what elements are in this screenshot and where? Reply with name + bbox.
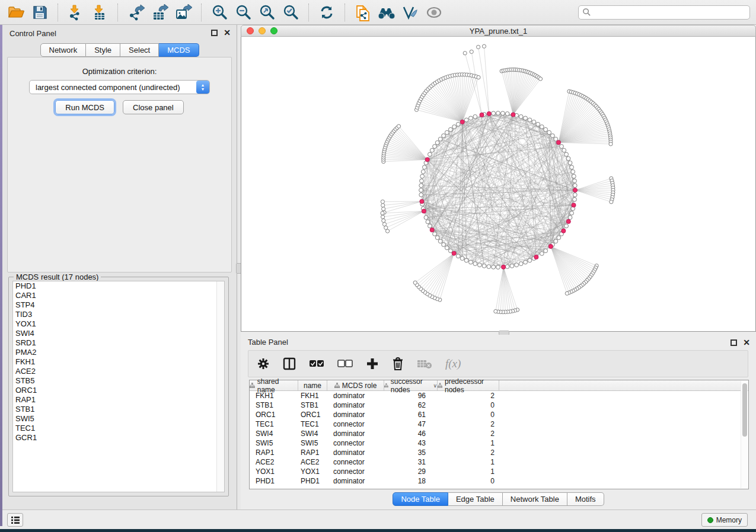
search-input[interactable] — [591, 8, 746, 17]
mcds-result-title: MCDS result (17 nodes) — [14, 273, 101, 281]
memory-button[interactable]: Memory — [701, 513, 748, 527]
new-network-from-selection-icon[interactable] — [353, 3, 373, 22]
tab-mcds[interactable]: MCDS — [159, 43, 199, 57]
show-all-icon[interactable] — [424, 3, 444, 22]
cell: SWI4 — [298, 429, 327, 438]
column-header-MCDS-role[interactable]: MCDS role — [327, 380, 384, 390]
cell: 1 — [438, 457, 499, 467]
table-row[interactable]: FKH1FKH1dominator962 — [250, 391, 748, 400]
export-network-icon[interactable] — [126, 3, 146, 22]
mcds-result-item[interactable]: ACE2 — [13, 367, 224, 376]
tab-style[interactable]: Style — [86, 43, 120, 57]
close-panel-icon[interactable]: ✕ — [224, 30, 231, 36]
cell: connector — [327, 457, 384, 467]
task-history-button[interactable] — [7, 513, 23, 527]
mcds-result-item[interactable]: FKH1 — [13, 357, 224, 367]
table-row[interactable]: ACE2ACE2connector311 — [250, 457, 748, 467]
mcds-result-item[interactable]: TID3 — [13, 310, 224, 319]
import-table-icon[interactable] — [90, 3, 110, 22]
mcds-result-item[interactable]: SWI4 — [13, 329, 224, 338]
float-panel-icon[interactable] — [731, 339, 737, 346]
mcds-result-item[interactable]: RAP1 — [13, 395, 224, 405]
zoom-selected-icon[interactable] — [280, 3, 301, 22]
table-row[interactable]: TEC1TEC1connector472 — [250, 419, 748, 429]
column-type-icon — [250, 383, 255, 388]
mcds-result-item[interactable]: STB5 — [13, 376, 224, 386]
cell: STB1 — [298, 400, 327, 410]
cell: SWI5 — [298, 438, 327, 448]
zoom-fit-icon[interactable] — [257, 3, 277, 22]
network-canvas[interactable] — [241, 37, 756, 332]
mcds-result-item[interactable]: PHD1 — [13, 281, 224, 291]
memory-label: Memory — [716, 516, 742, 524]
table-row[interactable]: SWI5SWI5connector431 — [250, 438, 748, 448]
table-tabs: Node TableEdge TableNetwork TableMotifs — [241, 492, 756, 506]
column-header-successor-nodes[interactable]: successor nodes∨ — [384, 380, 438, 390]
mcds-result-item[interactable]: STB1 — [13, 405, 224, 414]
zoom-in-icon[interactable] — [209, 3, 229, 22]
network-window-title: YPA_prune.txt_1 — [241, 27, 755, 36]
open-file-icon[interactable] — [6, 3, 26, 22]
cell: FKH1 — [298, 391, 327, 400]
search-container — [578, 5, 750, 20]
save-session-icon[interactable] — [30, 3, 50, 22]
delete-column-icon[interactable] — [392, 357, 404, 371]
table-row[interactable]: STB1STB1dominator620 — [250, 400, 748, 410]
export-image-icon[interactable] — [173, 3, 193, 22]
add-column-icon[interactable] — [366, 357, 379, 370]
import-network-icon[interactable] — [66, 3, 86, 22]
export-table-icon[interactable] — [149, 3, 170, 22]
first-neighbors-icon[interactable] — [377, 3, 397, 22]
mcds-result-item[interactable]: GCR1 — [13, 433, 224, 443]
cell: connector — [327, 438, 384, 448]
table-row[interactable]: SWI4SWI4dominator462 — [250, 429, 748, 438]
settings-icon[interactable] — [257, 357, 270, 370]
deselect-all-icon[interactable] — [337, 360, 353, 368]
network-window-titlebar[interactable]: YPA_prune.txt_1 — [241, 25, 756, 37]
toolbar-separator — [201, 4, 202, 21]
tab-network[interactable]: Network — [40, 43, 86, 57]
column-header-shared-name[interactable]: shared name — [250, 380, 298, 390]
float-panel-icon[interactable] — [211, 30, 218, 36]
tab-select[interactable]: Select — [120, 43, 159, 57]
refresh-icon[interactable] — [317, 3, 337, 22]
mcds-result-item[interactable]: SRD1 — [13, 338, 224, 348]
tab-node-table[interactable]: Node Table — [393, 492, 448, 506]
task-list-icon — [11, 516, 20, 524]
mcds-result-item[interactable]: SWI5 — [13, 414, 224, 424]
table-row[interactable]: YOX1YOX1connector291 — [250, 467, 748, 476]
mcds-result-item[interactable]: STP4 — [13, 300, 224, 310]
cell: 2 — [438, 419, 499, 429]
table-scrollbar[interactable] — [741, 381, 748, 488]
mcds-list-scrollbar[interactable] — [216, 281, 224, 492]
show-columns-icon[interactable] — [283, 357, 296, 370]
run-mcds-button[interactable]: Run MCDS — [55, 100, 114, 114]
mcds-result-item[interactable]: ORC1 — [13, 386, 224, 395]
tab-edge-table[interactable]: Edge Table — [448, 492, 503, 506]
cell: 0 — [438, 476, 499, 486]
close-panel-icon[interactable]: ✕ — [743, 339, 750, 346]
table-row[interactable]: PHD1PHD1dominator180 — [250, 476, 748, 486]
mcds-result-item[interactable]: TEC1 — [13, 424, 224, 433]
network-graph[interactable] — [241, 37, 755, 331]
zoom-out-icon[interactable] — [233, 3, 253, 22]
scrollbar-thumb[interactable] — [742, 383, 747, 437]
mcds-result-item[interactable]: YOX1 — [13, 319, 224, 329]
close-panel-button[interactable]: Close panel — [123, 100, 184, 114]
node-table[interactable]: shared namenameMCDS rolesuccessor nodes∨… — [249, 380, 749, 489]
mcds-result-item[interactable]: CAR1 — [13, 291, 224, 300]
table-row[interactable]: ORC1ORC1dominator610 — [250, 410, 748, 419]
tab-motifs[interactable]: Motifs — [567, 492, 604, 506]
select-all-icon[interactable] — [309, 360, 324, 368]
column-header-predecessor-nodes[interactable]: predecessor nodes — [438, 380, 499, 390]
search-box[interactable] — [578, 5, 750, 20]
desktop-background-edge — [0, 25, 2, 526]
tab-network-table[interactable]: Network Table — [503, 492, 567, 506]
table-row[interactable]: RAP1RAP1dominator352 — [250, 448, 748, 457]
column-header-name[interactable]: name — [298, 380, 327, 390]
mcds-result-list[interactable]: PHD1CAR1STP4TID3YOX1SWI4SRD1PMA2FKH1ACE2… — [12, 281, 225, 492]
hide-selected-icon[interactable] — [400, 3, 420, 22]
mcds-result-item[interactable]: PMA2 — [13, 348, 224, 357]
criterion-dropdown[interactable]: largest connected component (undirected)… — [29, 80, 210, 94]
cell: RAP1 — [250, 448, 298, 457]
